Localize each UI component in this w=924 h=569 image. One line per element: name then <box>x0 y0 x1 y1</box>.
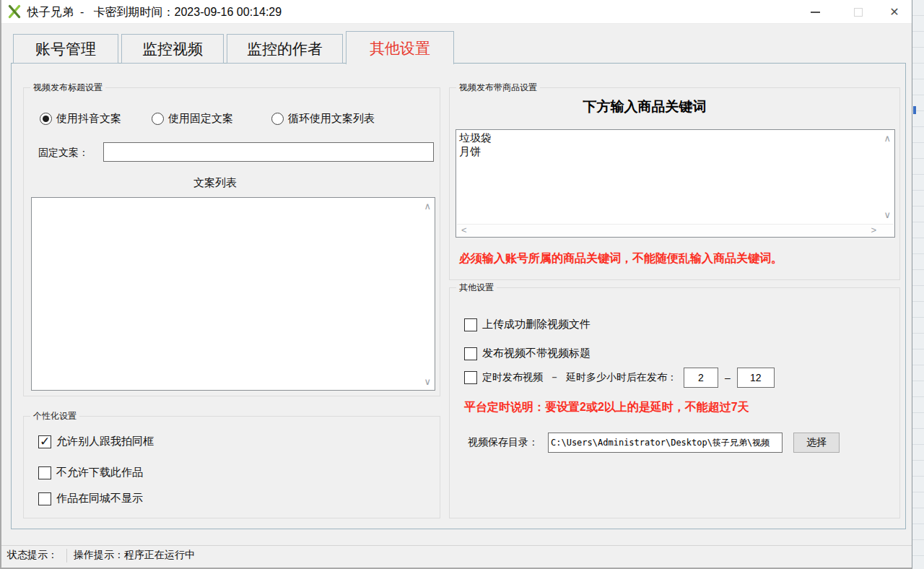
background-window-accent <box>913 106 916 114</box>
status-message: 操作提示：程序正在运行中 <box>74 549 195 562</box>
timing-note-text: 平台定时说明：要设置2或2以上的是延时，不能超过7天 <box>464 400 749 415</box>
scroll-right-icon[interactable] <box>871 225 876 235</box>
keywords-warning-text: 必须输入账号所属的商品关键词，不能随便乱输入商品关键词。 <box>459 251 783 266</box>
tab-monitored-authors[interactable]: 监控的作者 <box>227 34 343 64</box>
fixed-copy-input[interactable] <box>103 142 434 162</box>
maximize-icon <box>854 8 863 17</box>
minimize-icon <box>811 12 820 13</box>
checkbox-icon <box>464 347 477 360</box>
close-icon <box>889 6 899 19</box>
scroll-left-icon[interactable] <box>461 225 467 235</box>
scroll-down-icon[interactable] <box>884 210 891 220</box>
radio-icon <box>152 113 164 125</box>
group-other-settings: 其他设置 上传成功删除视频文件 发布视频不带视频标题 定时发布视频 － 延时多少… <box>449 287 900 518</box>
tab-account-management[interactable]: 账号管理 <box>13 34 118 64</box>
window-title: 快子兄弟 - 卡密到期时间：2023-09-16 00:14:29 <box>27 0 282 24</box>
scroll-up-icon[interactable] <box>884 134 891 143</box>
checkbox-icon <box>38 435 51 448</box>
delay-hint-label: 延时多少小时后在发布： <box>566 371 677 384</box>
choose-directory-button[interactable]: 选择 <box>793 433 840 453</box>
checkbox-hide-in-city[interactable]: 作品在同城不显示 <box>38 492 143 505</box>
radio-use-douyin-copy[interactable]: 使用抖音文案 <box>40 112 121 126</box>
checkbox-label: 不允许下载此作品 <box>56 466 143 479</box>
save-directory-row: 视频保存目录： 选择 <box>468 433 840 453</box>
delay-from-input[interactable] <box>684 368 718 388</box>
group-personalization: 个性化设置 允许别人跟我拍同框 不允许下载此作品 作品在同城不显示 <box>23 416 440 518</box>
checkbox-label: 作品在同城不显示 <box>56 492 143 505</box>
background-window-strip <box>912 0 924 569</box>
group-video-title-settings: 视频发布标题设置 使用抖音文案 使用固定文案 循环使用文案列表 固定文案： 文案… <box>23 87 440 396</box>
radio-icon <box>271 113 284 125</box>
title-bar: 快子兄弟 - 卡密到期时间：2023-09-16 00:14:29 <box>1 0 912 24</box>
save-directory-label: 视频保存目录： <box>468 436 539 449</box>
group-title: 视频发布标题设置 <box>30 82 105 93</box>
save-directory-input[interactable] <box>548 433 783 453</box>
horizontal-scrollbar[interactable] <box>457 224 894 237</box>
tab-other-settings[interactable]: 其他设置 <box>346 31 454 64</box>
radio-label: 使用抖音文案 <box>56 112 121 126</box>
app-logo-icon <box>7 4 22 19</box>
status-label: 状态提示： <box>1 549 66 562</box>
checkbox-publish-without-title[interactable]: 发布视频不带视频标题 <box>464 347 590 360</box>
group-title: 个性化设置 <box>30 410 79 422</box>
fixed-copy-label: 固定文案： <box>38 147 89 160</box>
range-dash: – <box>725 372 731 383</box>
scroll-down-icon[interactable] <box>424 377 431 386</box>
checkbox-label: 上传成功删除视频文件 <box>482 318 590 331</box>
copy-list-textarea[interactable] <box>31 197 435 391</box>
status-separator <box>66 549 67 563</box>
checkbox-icon <box>38 492 51 505</box>
checkbox-scheduled-publish[interactable]: 定时发布视频 <box>464 371 543 384</box>
checkbox-icon <box>464 371 477 384</box>
checkbox-label: 定时发布视频 <box>482 371 543 384</box>
checkbox-icon <box>38 466 51 479</box>
delay-to-input[interactable] <box>737 368 775 388</box>
tab-monitor-video[interactable]: 监控视频 <box>121 34 224 64</box>
product-keywords-text: 垃圾袋 月饼 <box>459 131 879 158</box>
minimize-button[interactable] <box>799 0 831 24</box>
checkbox-disallow-download[interactable]: 不允许下载此作品 <box>38 466 143 479</box>
status-bar: 状态提示： 操作提示：程序正在运行中 <box>1 545 912 565</box>
dash-separator: － <box>549 371 559 384</box>
scroll-up-icon[interactable] <box>424 201 431 211</box>
product-keywords-textarea[interactable]: 垃圾袋 月饼 <box>456 129 895 238</box>
radio-label: 循环使用文案列表 <box>288 112 375 126</box>
maximize-button[interactable] <box>842 0 874 24</box>
checkbox-label: 发布视频不带视频标题 <box>482 347 590 360</box>
checkbox-delete-after-upload[interactable]: 上传成功删除视频文件 <box>464 318 590 331</box>
radio-label: 使用固定文案 <box>168 112 233 126</box>
checkbox-allow-duet[interactable]: 允许别人跟我拍同框 <box>38 435 154 448</box>
radio-loop-copy-list[interactable]: 循环使用文案列表 <box>271 112 375 126</box>
close-button[interactable] <box>879 0 910 24</box>
app-window: 快子兄弟 - 卡密到期时间：2023-09-16 00:14:29 账号管理 监… <box>0 0 912 569</box>
radio-use-fixed-copy[interactable]: 使用固定文案 <box>152 112 233 126</box>
radio-icon <box>40 113 52 125</box>
group-title: 其他设置 <box>456 282 497 293</box>
product-keywords-header: 下方输入商品关键词 <box>450 97 840 116</box>
copy-list-label: 文案列表 <box>24 176 406 190</box>
checkbox-icon <box>464 318 477 331</box>
group-product-settings: 视频发布带商品设置 下方输入商品关键词 垃圾袋 月饼 必须输入账号所属的商品关键… <box>449 87 900 280</box>
checkbox-label: 允许别人跟我拍同框 <box>56 435 154 448</box>
group-title: 视频发布带商品设置 <box>456 82 540 93</box>
scheduled-publish-row: 定时发布视频 － 延时多少小时后在发布： – <box>464 368 775 388</box>
